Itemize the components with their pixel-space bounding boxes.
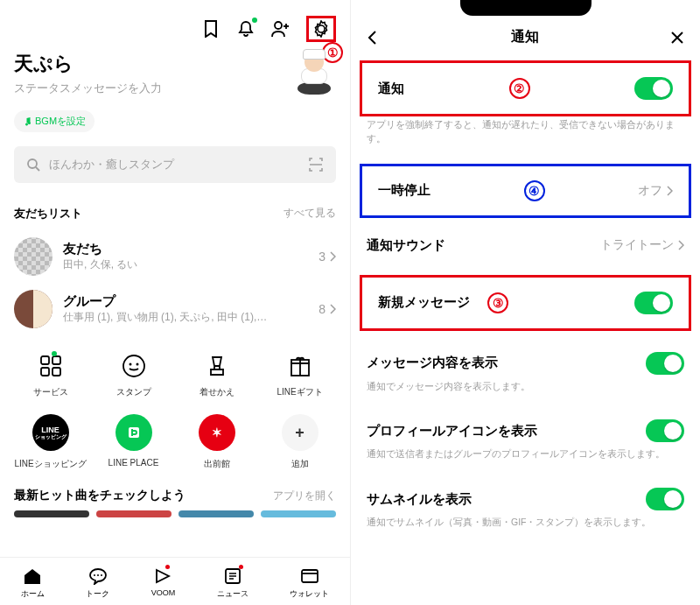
open-app-link[interactable]: アプリを開く <box>273 489 336 503</box>
nav-home[interactable]: ホーム <box>21 566 45 600</box>
sound-row[interactable]: 通知サウンド トライトーン <box>351 223 700 268</box>
annotation-2: ② <box>509 78 530 99</box>
page-title: 通知 <box>511 28 539 46</box>
pause-row[interactable]: 一時停止 ④ オフ <box>360 164 691 218</box>
apps-grid: LINEショッピング LINEショッピング LINE PLACE ✶ 出前館 +… <box>0 407 350 479</box>
line-shopping-item[interactable]: LINEショッピング LINEショッピング <box>9 414 92 470</box>
theme-item[interactable]: 着せかえ <box>175 353 258 398</box>
page-header: 通知 <box>351 16 700 59</box>
svg-rect-4 <box>41 368 49 376</box>
nav-news[interactable]: ニュース <box>217 566 248 600</box>
groups-row[interactable]: グループ 仕事用 (1), 買い物用 (1), 天ぷら, 田中 (1),… 8 <box>0 283 350 335</box>
profile-row[interactable]: プロフィールアイコンを表示 <box>351 405 700 447</box>
groups-count: 8 <box>318 302 326 316</box>
stamp-item[interactable]: スタンプ <box>92 353 175 398</box>
nav-wallet[interactable]: ウォレット <box>290 566 329 600</box>
svg-rect-3 <box>52 356 60 364</box>
profile-caption: 通知で送信者またはグループのプロフィールアイコンを表示します。 <box>351 447 700 474</box>
notify-caption: アプリを強制終了すると、通知が遅れたり、受信できない場合があります。 <box>351 118 700 158</box>
add-friend-icon[interactable] <box>271 19 290 39</box>
gift-label: LINEギフト <box>276 386 322 398</box>
demae-item[interactable]: ✶ 出前館 <box>175 414 258 470</box>
svg-point-6 <box>123 355 144 376</box>
hits-header: 最新ヒット曲をチェックしよう アプリを開く <box>0 479 350 510</box>
svg-rect-11 <box>129 427 139 438</box>
see-all-link[interactable]: すべて見る <box>284 206 336 222</box>
svg-rect-5 <box>52 368 60 376</box>
gift-item[interactable]: LINEギフト <box>258 353 341 398</box>
friends-subtitle: 田中, 久保, るい <box>63 257 308 272</box>
hits-title: 最新ヒット曲をチェックしよう <box>14 488 186 503</box>
hits-thumbnails <box>0 510 350 526</box>
profile-label: プロフィールアイコンを表示 <box>367 423 537 440</box>
friends-header: 友だちリスト すべて見る <box>0 200 350 230</box>
services-grid: サービス スタンプ 着せかえ LINEギフト <box>0 335 350 407</box>
add-label: 追加 <box>291 458 309 470</box>
svg-point-0 <box>275 22 282 29</box>
svg-point-1 <box>28 159 37 168</box>
content-caption: 通知でメッセージ内容を表示します。 <box>351 380 700 406</box>
status-message[interactable]: ステータスメッセージを入力 <box>14 81 162 96</box>
bell-icon[interactable] <box>236 19 256 39</box>
notify-label: 通知 <box>378 81 404 97</box>
line-shopping-label: LINEショッピング <box>14 458 86 470</box>
scan-icon[interactable] <box>308 157 324 172</box>
annotation-3: ③ <box>487 292 508 313</box>
line-place-label: LINE PLACE <box>108 458 159 468</box>
add-item[interactable]: + 追加 <box>258 414 341 470</box>
friends-row[interactable]: 友だち 田中, 久保, るい 3 <box>0 230 350 283</box>
newmsg-label: 新規メッセージ <box>378 294 470 311</box>
profile-block: 天ぷら ステータスメッセージを入力 <box>0 51 350 103</box>
friends-avatar-icon <box>14 237 52 276</box>
friends-label: 友だちリスト <box>14 206 82 222</box>
device-notch <box>351 0 700 16</box>
groups-avatar-icon <box>14 290 52 328</box>
svg-point-12 <box>94 574 95 576</box>
svg-point-14 <box>101 574 102 576</box>
thumb-row[interactable]: サムネイルを表示 <box>351 474 700 516</box>
back-icon[interactable] <box>367 30 379 46</box>
thumb-caption: 通知でサムネイル（写真・動画・GIF・スタンプ）を表示します。 <box>351 516 700 542</box>
service-label: サービス <box>33 386 68 398</box>
sound-value: トライトーン <box>600 237 674 253</box>
content-toggle[interactable] <box>646 352 684 375</box>
svg-rect-16 <box>302 570 318 582</box>
groups-title: グループ <box>63 293 308 310</box>
avatar-icon[interactable] <box>292 51 336 95</box>
bgm-button[interactable]: BGMを設定 <box>14 110 94 132</box>
notify-row[interactable]: 通知 ② <box>360 60 691 116</box>
friends-title: 友だち <box>63 241 308 257</box>
profile-toggle[interactable] <box>646 419 684 442</box>
sound-label: 通知サウンド <box>367 237 445 254</box>
service-item[interactable]: サービス <box>9 353 92 398</box>
svg-rect-2 <box>41 356 49 364</box>
groups-subtitle: 仕事用 (1), 買い物用 (1), 天ぷら, 田中 (1),… <box>63 310 308 325</box>
theme-label: 着せかえ <box>200 386 234 398</box>
bookmark-icon[interactable] <box>201 19 220 39</box>
line-place-item[interactable]: LINE PLACE <box>92 414 175 470</box>
notify-toggle[interactable] <box>634 77 673 100</box>
friends-count: 3 <box>318 250 326 264</box>
search-input[interactable]: ほんわか・癒しスタンプ <box>14 146 336 183</box>
thumb-toggle[interactable] <box>646 488 684 510</box>
close-icon[interactable] <box>670 31 684 45</box>
content-row[interactable]: メッセージ内容を表示 <box>351 338 700 380</box>
pause-value: オフ <box>638 183 662 199</box>
newmsg-row[interactable]: 新規メッセージ ③ <box>360 275 691 331</box>
nav-voom[interactable]: VOOM <box>151 566 176 600</box>
newmsg-toggle[interactable] <box>634 292 673 314</box>
content-label: メッセージ内容を表示 <box>367 355 498 371</box>
bottom-nav: ホーム トーク VOOM ニュース ウォレット <box>0 557 350 605</box>
profile-name: 天ぷら <box>14 51 162 77</box>
annotation-4: ④ <box>524 180 545 201</box>
search-placeholder: ほんわか・癒しスタンプ <box>49 157 174 172</box>
svg-point-13 <box>97 574 99 576</box>
nav-talk[interactable]: トーク <box>86 566 109 600</box>
settings-icon[interactable] <box>306 16 336 42</box>
svg-point-7 <box>129 363 131 366</box>
svg-point-8 <box>136 363 138 366</box>
pause-label: 一時停止 <box>378 182 430 199</box>
stamp-label: スタンプ <box>116 386 151 398</box>
bgm-label: BGMを設定 <box>35 115 86 128</box>
topbar: ① <box>0 0 350 51</box>
